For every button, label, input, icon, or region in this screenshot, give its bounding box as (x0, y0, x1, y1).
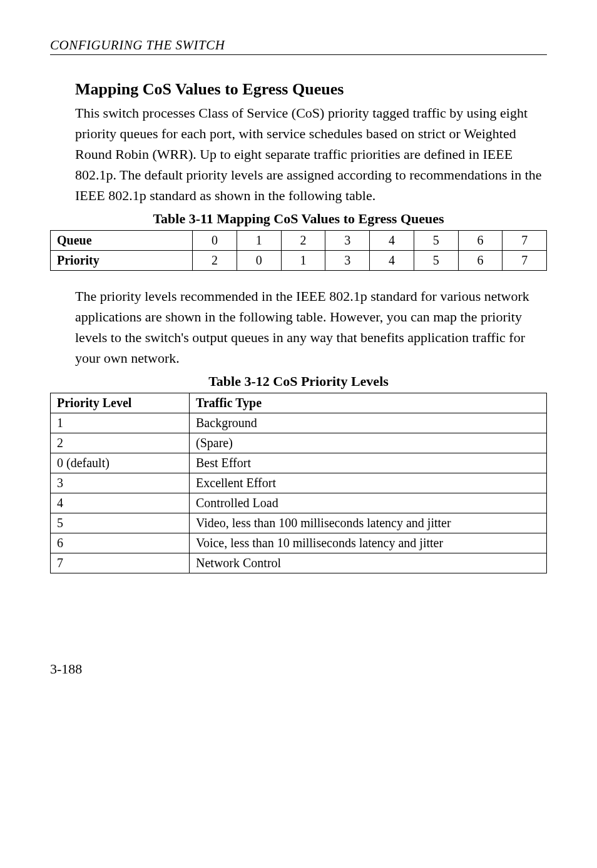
cell: 2 (51, 433, 190, 453)
cell: 5 (414, 231, 458, 251)
table-row: 7 Network Control (51, 553, 547, 573)
intro-paragraph: This switch processes Class of Service (… (75, 103, 547, 206)
cell: 6 (51, 533, 190, 553)
table-3-12: Priority Level Traffic Type 1 Background… (50, 393, 547, 573)
table-3-12-caption: Table 3-12 CoS Priority Levels (50, 373, 547, 390)
cell: 7 (503, 251, 547, 271)
cell: 6 (458, 251, 503, 271)
cell: (Spare) (190, 433, 547, 453)
table-row: 6 Voice, less than 10 milliseconds laten… (51, 533, 547, 553)
page-number: 3-188 (50, 661, 547, 677)
cell: 1 (281, 251, 325, 271)
table-row: Priority Level Traffic Type (51, 393, 547, 413)
cell: Network Control (190, 553, 547, 573)
cell: Best Effort (190, 453, 547, 473)
cell: 0 (237, 251, 281, 271)
cell: Background (190, 413, 547, 433)
cell: 3 (325, 231, 370, 251)
cell: Excellent Effort (190, 473, 547, 493)
table-row: 3 Excellent Effort (51, 473, 547, 493)
mid-paragraph: The priority levels recommended in the I… (75, 286, 547, 368)
queue-row-label: Queue (51, 231, 193, 251)
cell: 4 (51, 493, 190, 513)
running-header: CONFIGURING THE SWITCH (50, 38, 547, 53)
table-row: 2 (Spare) (51, 433, 547, 453)
running-header-text: CONFIGURING THE SWITCH (50, 38, 225, 53)
cell: 5 (51, 513, 190, 533)
cell: 3 (325, 251, 370, 271)
cell: 4 (370, 251, 414, 271)
table-row: 1 Background (51, 413, 547, 433)
cell: 2 (193, 251, 237, 271)
table-row: 0 (default) Best Effort (51, 453, 547, 473)
header-rule (50, 54, 547, 55)
cell: 5 (414, 251, 458, 271)
cell: 7 (51, 553, 190, 573)
cell: 1 (51, 413, 190, 433)
cell: Voice, less than 10 milliseconds latency… (190, 533, 547, 553)
table-3-11-caption: Table 3-11 Mapping CoS Values to Egress … (50, 211, 547, 227)
cell: 6 (458, 231, 503, 251)
cell: 0 (default) (51, 453, 190, 473)
cell: 2 (281, 231, 325, 251)
table-3-11: Queue 0 1 2 3 4 5 6 7 Priority 2 0 1 3 4… (50, 230, 547, 271)
cell: 1 (237, 231, 281, 251)
col-header: Traffic Type (190, 393, 547, 413)
cell: 0 (193, 231, 237, 251)
priority-row-label: Priority (51, 251, 193, 271)
section-title: Mapping CoS Values to Egress Queues (75, 80, 547, 99)
table-row: Priority 2 0 1 3 4 5 6 7 (51, 251, 547, 271)
col-header: Priority Level (51, 393, 190, 413)
cell: 7 (503, 231, 547, 251)
cell: Video, less than 100 milliseconds latenc… (190, 513, 547, 533)
table-row: 4 Controlled Load (51, 493, 547, 513)
cell: Controlled Load (190, 493, 547, 513)
table-row: 5 Video, less than 100 milliseconds late… (51, 513, 547, 533)
table-row: Queue 0 1 2 3 4 5 6 7 (51, 231, 547, 251)
cell: 3 (51, 473, 190, 493)
cell: 4 (370, 231, 414, 251)
